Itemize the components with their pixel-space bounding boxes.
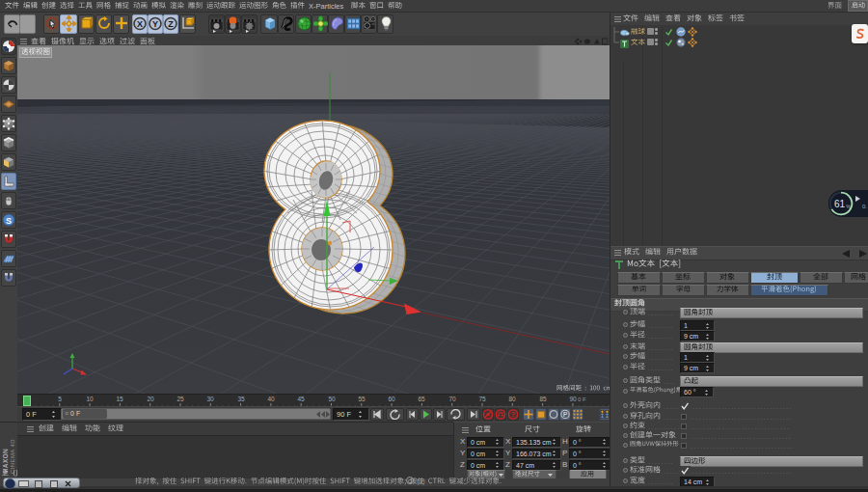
- svg-text:P: P: [563, 411, 568, 418]
- svg-text:X: X: [137, 19, 143, 29]
- svg-text:S: S: [6, 216, 12, 226]
- svg-text:Y: Y: [152, 19, 158, 29]
- svg-text:Z: Z: [168, 19, 174, 29]
- svg-text:%: %: [846, 204, 851, 209]
- svg-text:61: 61: [834, 199, 846, 209]
- svg-text:?: ?: [511, 411, 515, 418]
